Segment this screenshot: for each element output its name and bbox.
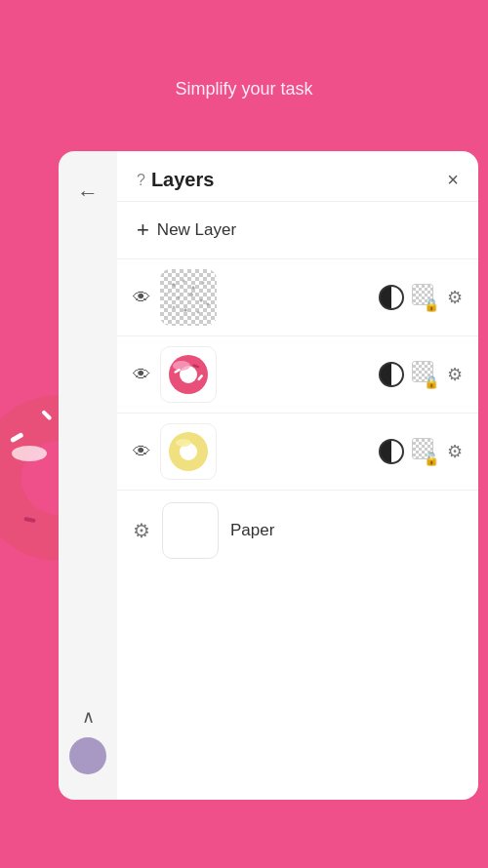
avatar xyxy=(69,737,106,774)
svg-point-15 xyxy=(200,299,203,302)
paper-settings-button[interactable]: ⚙ xyxy=(133,519,150,542)
lock-transparency-button[interactable]: 🔒 xyxy=(412,284,439,311)
collapse-button[interactable]: ∧ xyxy=(82,706,95,728)
layer-thumbnail[interactable] xyxy=(160,269,217,326)
blend-mode-button[interactable] xyxy=(379,285,404,310)
svg-point-13 xyxy=(178,296,181,299)
lock-transparency-button[interactable]: 🔒 xyxy=(412,361,439,388)
paper-layer-row: ⚙ Paper xyxy=(117,491,478,571)
layer-controls: 🔓 ⚙ xyxy=(379,438,463,465)
svg-point-7 xyxy=(12,446,47,461)
plus-icon: + xyxy=(137,217,149,243)
lock-transparency-button[interactable]: 🔓 xyxy=(412,438,439,465)
svg-point-17 xyxy=(184,309,187,312)
paper-thumbnail[interactable] xyxy=(162,502,219,559)
svg-point-24 xyxy=(173,361,190,371)
layer-thumbnail[interactable] xyxy=(160,423,217,480)
page-subtitle: Simplify your task xyxy=(20,79,468,99)
svg-point-18 xyxy=(197,311,200,314)
help-icon[interactable]: ? xyxy=(137,172,145,189)
svg-point-16 xyxy=(173,306,176,309)
paper-label: Paper xyxy=(230,521,274,540)
main-panel: ? Layers × + New Layer 👁 xyxy=(117,151,478,800)
sidebar-strip: ← ∧ xyxy=(59,151,117,800)
panel-header: ? Layers × xyxy=(117,151,478,202)
sketch-preview xyxy=(164,273,213,322)
layer-controls: 🔒 ⚙ xyxy=(379,284,463,311)
svg-point-9 xyxy=(173,284,176,287)
new-layer-label: New Layer xyxy=(157,220,236,240)
svg-point-10 xyxy=(183,280,185,283)
back-button[interactable]: ← xyxy=(77,180,99,206)
new-layer-button[interactable]: + New Layer xyxy=(117,202,478,259)
visibility-toggle[interactable]: 👁 xyxy=(133,442,150,462)
svg-point-20 xyxy=(168,292,170,294)
visibility-toggle[interactable]: 👁 xyxy=(133,288,150,308)
svg-point-19 xyxy=(207,303,210,306)
svg-point-21 xyxy=(204,315,206,317)
layer-row: 👁 🔓 ⚙ xyxy=(117,414,478,491)
donut-yellow-preview xyxy=(164,427,213,476)
layer-row: 👁 xyxy=(117,336,478,414)
layer-controls: 🔒 ⚙ xyxy=(379,361,463,388)
layer-settings-button[interactable]: ⚙ xyxy=(447,441,463,462)
visibility-toggle[interactable]: 👁 xyxy=(133,365,150,385)
layer-thumbnail[interactable] xyxy=(160,346,217,403)
svg-point-14 xyxy=(190,294,193,296)
svg-point-12 xyxy=(202,282,205,285)
panel-title: Layers xyxy=(151,169,215,191)
close-button[interactable]: × xyxy=(447,169,459,191)
svg-point-11 xyxy=(192,287,195,290)
panel-title-row: ? Layers xyxy=(137,169,214,191)
layer-row: 👁 xyxy=(117,259,478,336)
donut-pink-preview xyxy=(164,350,213,399)
blend-mode-button[interactable] xyxy=(379,439,404,464)
layers-list: 👁 xyxy=(117,259,478,800)
blend-mode-button[interactable] xyxy=(379,362,404,387)
layer-settings-button[interactable]: ⚙ xyxy=(447,287,463,308)
panel-container: ← ∧ ? Layers × + New Layer 👁 xyxy=(59,151,478,800)
layer-settings-button[interactable]: ⚙ xyxy=(447,364,463,385)
svg-point-30 xyxy=(176,439,191,447)
